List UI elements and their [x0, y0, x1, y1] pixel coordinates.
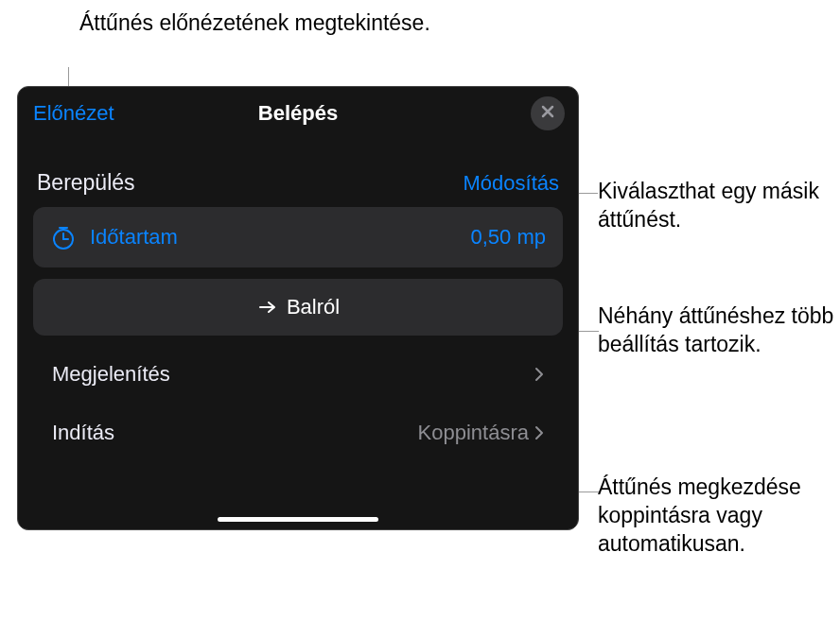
close-button[interactable] [531, 96, 565, 130]
start-row[interactable]: Indítás Koppintásra [33, 405, 563, 460]
section-header: Berepülés Módosítás [18, 140, 578, 207]
direction-row[interactable]: Balról [33, 279, 563, 336]
preview-button[interactable]: Előnézet [33, 101, 114, 126]
modify-button[interactable]: Módosítás [464, 171, 560, 196]
panel-header: Előnézet Belépés [18, 87, 578, 140]
appearance-label: Megjelenítés [52, 362, 170, 387]
duration-value: 0,50 mp [471, 225, 547, 250]
callout-start: Áttűnés megkezdése koppintásra vagy auto… [598, 474, 840, 559]
callout-preview: Áttűnés előnézetének megtekintése. [79, 9, 430, 38]
start-value: Koppintásra [418, 421, 529, 445]
section-title: Berepülés [37, 170, 135, 196]
start-label: Indítás [52, 421, 114, 445]
chevron-right-icon [534, 367, 544, 382]
callout-options: Néhány áttűnéshez több beállítás tartozi… [598, 302, 840, 359]
direction-label: Balról [287, 295, 340, 319]
home-indicator[interactable] [218, 517, 378, 522]
stopwatch-icon [50, 224, 77, 250]
close-icon [540, 104, 555, 123]
duration-card: Időtartam 0,50 mp [33, 207, 563, 267]
transition-panel: Előnézet Belépés Berepülés Módosítás [17, 86, 579, 530]
arrow-right-icon [256, 296, 279, 319]
callout-modify: Kiválaszthat egy másik áttűnést. [598, 178, 840, 234]
chevron-right-icon [534, 425, 544, 440]
appearance-row[interactable]: Megjelenítés [33, 347, 563, 402]
direction-card: Balról [33, 279, 563, 336]
duration-label: Időtartam [90, 225, 471, 250]
panel-title: Belépés [258, 101, 338, 126]
duration-row[interactable]: Időtartam 0,50 mp [33, 207, 563, 267]
